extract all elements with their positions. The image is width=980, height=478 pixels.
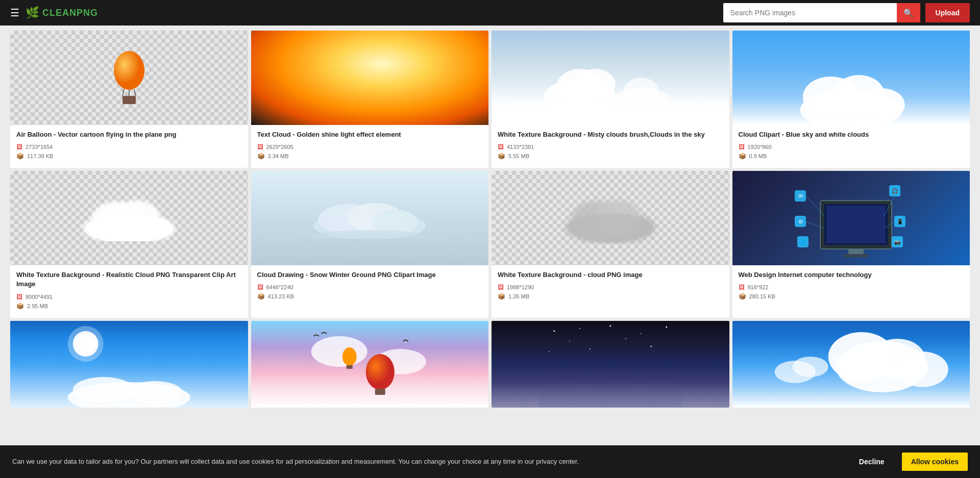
search-input[interactable]: [723, 3, 897, 22]
size-icon: 📦: [498, 293, 505, 300]
svg-point-14: [859, 88, 904, 121]
card-image: [251, 321, 489, 408]
card-title: White Texture Background - cloud PNG ima…: [498, 270, 723, 280]
card-image: [732, 31, 970, 125]
svg-point-27: [569, 213, 652, 242]
card-info: White Texture Background - cloud PNG ima…: [492, 265, 729, 308]
menu-icon[interactable]: ☰: [10, 7, 19, 19]
logo-leaf-icon: 🌿: [26, 6, 39, 19]
card-cloud-drawing[interactable]: Cloud Drawing - Snow Winter Ground PNG C…: [251, 171, 489, 317]
size-icon: 📦: [16, 153, 24, 160]
svg-point-69: [650, 345, 652, 347]
card-air-balloon[interactable]: Air Balloon - Vector cartoon flying in t…: [10, 31, 248, 168]
size-icon: 📦: [16, 303, 24, 310]
card-title: Text Cloud - Golden shine light effect e…: [257, 130, 483, 139]
sun-sky-illustration: [10, 321, 248, 408]
dimensions-icon: 🖼: [498, 284, 504, 291]
header: ☰ 🌿 CLEANPNG 🔍 Upload: [0, 0, 980, 26]
svg-line-2: [122, 89, 124, 96]
svg-point-55: [311, 336, 367, 367]
svg-text:📱: 📱: [897, 218, 903, 225]
svg-point-78: [792, 357, 828, 377]
dimensions-icon: 🖼: [16, 293, 22, 300]
card-title: Web Design Internet computer technology: [739, 270, 964, 280]
size-icon: 📦: [257, 293, 265, 300]
card-realistic-cloud[interactable]: White Texture Background - Realistic Clo…: [10, 171, 248, 317]
dimensions-icon: 🖼: [498, 143, 504, 150]
svg-point-60: [342, 347, 356, 366]
card-info: White Texture Background - Misty clouds …: [492, 125, 729, 168]
card-dimensions: 🖼 1920*860: [739, 143, 964, 150]
dimensions-icon: 🖼: [257, 284, 263, 291]
search-area: 🔍 Upload: [723, 3, 970, 22]
card-image: ✉ 🎧 📱 ⚙ 🌐 📷: [732, 171, 970, 265]
card-size: 📦 280.15 KB: [739, 293, 964, 300]
svg-text:✉: ✉: [798, 193, 803, 199]
card-night-sky[interactable]: [492, 321, 729, 408]
gray-cloud-illustration: [559, 193, 662, 244]
cookie-allow-button[interactable]: Allow cookies: [902, 452, 968, 471]
card-image: [492, 31, 729, 125]
svg-point-1: [114, 51, 144, 90]
card-web-design[interactable]: ✉ 🎧 📱 ⚙ 🌐 📷: [732, 171, 970, 317]
upload-button[interactable]: Upload: [925, 3, 970, 22]
card-dimensions: 🖼 2629*2605: [257, 143, 483, 150]
sky-cloud-illustration: [732, 31, 970, 125]
card-size: 📦 1.26 MB: [498, 293, 723, 300]
card-sun-sky[interactable]: [10, 321, 248, 408]
main-content: Air Balloon - Vector cartoon flying in t…: [0, 26, 980, 478]
svg-rect-72: [539, 367, 682, 408]
card-size: 📦 3.34 MB: [257, 153, 483, 160]
card-dimensions: 🖼 6446*2240: [257, 284, 483, 291]
card-cloud-png[interactable]: White Texture Background - cloud PNG ima…: [492, 171, 729, 317]
card-info: Air Balloon - Vector cartoon flying in t…: [10, 125, 248, 168]
balloon-sky-illustration: [251, 321, 489, 408]
dimensions-icon: 🖼: [739, 143, 745, 150]
card-white-texture[interactable]: White Texture Background - Misty clouds …: [492, 31, 729, 168]
card-balloon-sky[interactable]: [251, 321, 489, 408]
card-info: Text Cloud - Golden shine light effect e…: [251, 125, 489, 168]
svg-point-58: [365, 354, 394, 390]
dimensions-icon: 🖼: [16, 143, 22, 150]
blue-sky-clouds-illustration: [732, 321, 970, 408]
svg-point-53: [73, 377, 134, 402]
balloon-illustration: [109, 47, 150, 109]
dimensions-icon: 🖼: [739, 284, 745, 291]
card-dimensions: 🖼 1988*1290: [498, 284, 723, 291]
svg-point-51: [68, 326, 104, 362]
card-image: [10, 171, 248, 265]
card-cloud-clipart[interactable]: Cloud Clipart - Blue sky and white cloud…: [732, 31, 970, 168]
svg-point-65: [641, 333, 642, 334]
svg-point-62: [553, 330, 555, 332]
card-image: [492, 171, 729, 265]
card-info: Cloud Clipart - Blue sky and white cloud…: [732, 125, 970, 168]
svg-point-63: [579, 328, 580, 329]
card-size: 📦 413.23 KB: [257, 293, 483, 300]
svg-point-10: [623, 78, 659, 106]
image-grid: Air Balloon - Vector cartoon flying in t…: [10, 31, 970, 408]
svg-point-64: [609, 325, 611, 326]
card-clouds-blue[interactable]: [732, 321, 970, 408]
card-dimensions: 🖼 916*922: [739, 284, 964, 291]
cookie-text: Can we use your data to tailor ads for y…: [12, 457, 842, 467]
cookie-decline-button[interactable]: Decline: [852, 454, 892, 470]
svg-rect-30: [826, 206, 886, 243]
size-icon: 📦: [498, 153, 505, 160]
svg-point-8: [575, 69, 616, 99]
logo[interactable]: 🌿 CLEANPNG: [26, 6, 98, 19]
card-title: White Texture Background - Misty clouds …: [498, 130, 723, 139]
svg-line-4: [134, 89, 136, 96]
cloud-illustration: [492, 31, 729, 125]
search-icon: 🔍: [903, 8, 914, 18]
web-design-illustration: ✉ 🎧 📱 ⚙ 🌐 📷: [790, 175, 912, 262]
card-title: Cloud Drawing - Snow Winter Ground PNG C…: [257, 270, 483, 280]
card-image: [10, 321, 248, 408]
card-image: [10, 31, 248, 125]
card-text-cloud[interactable]: Text Cloud - Golden shine light effect e…: [251, 31, 489, 168]
size-icon: 📦: [739, 153, 746, 160]
svg-point-76: [897, 351, 948, 387]
svg-rect-32: [843, 254, 869, 257]
card-title: Cloud Clipart - Blue sky and white cloud…: [739, 130, 964, 139]
search-button[interactable]: 🔍: [897, 3, 920, 22]
card-image: [732, 321, 970, 408]
